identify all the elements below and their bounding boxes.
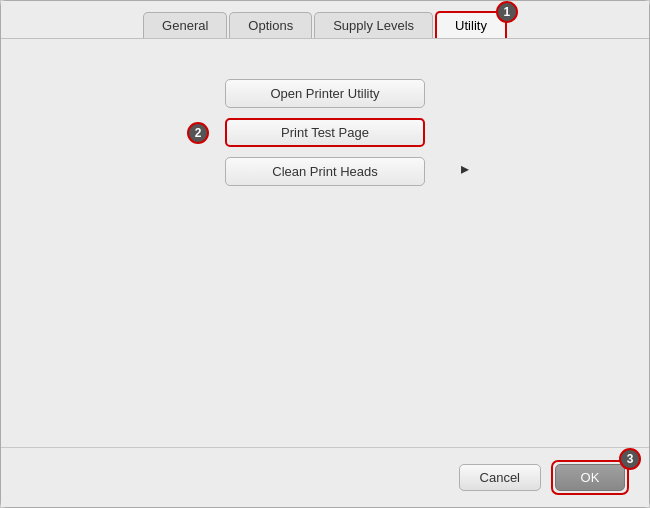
cancel-button[interactable]: Cancel [459, 464, 541, 491]
ok-wrapper: OK 3 [551, 460, 629, 495]
print-test-wrapper: 2 Print Test Page [225, 118, 425, 147]
printer-dialog: General Options Supply Levels Utility 1 … [0, 0, 650, 508]
ok-btn-border: OK [551, 460, 629, 495]
clean-print-heads-button[interactable]: Clean Print Heads [225, 157, 425, 186]
open-printer-utility-button[interactable]: Open Printer Utility [225, 79, 425, 108]
tab-bar: General Options Supply Levels Utility 1 [1, 1, 649, 39]
print-test-page-button[interactable]: Print Test Page [225, 118, 425, 147]
tab-options[interactable]: Options [229, 12, 312, 38]
tab-supply-levels[interactable]: Supply Levels [314, 12, 433, 38]
badge-2: 2 [187, 122, 209, 144]
footer: Cancel OK 3 [1, 447, 649, 507]
badge-1: 1 [496, 1, 518, 23]
utility-buttons: Open Printer Utility 2 Print Test Page C… [225, 79, 425, 186]
tab-general[interactable]: General [143, 12, 227, 38]
content-area: Open Printer Utility 2 Print Test Page C… [1, 39, 649, 447]
mouse-cursor: ▸ [461, 159, 469, 178]
ok-button[interactable]: OK [555, 464, 625, 491]
tab-utility-wrapper: Utility 1 [434, 11, 508, 38]
badge-3: 3 [619, 448, 641, 470]
